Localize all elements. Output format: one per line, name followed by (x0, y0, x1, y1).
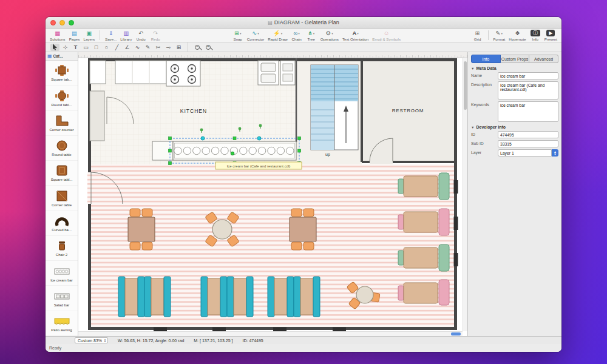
hypernote-button[interactable]: ❖ Hypernote (507, 30, 528, 41)
library-item-patio-awning[interactable]: Patio awning (46, 311, 78, 336)
present-button[interactable]: ▶ Present (543, 29, 559, 41)
operations-button[interactable]: ⚙▾ Operations (319, 30, 341, 41)
library-item-salad-bar[interactable]: Salad bar (46, 286, 78, 311)
save-icon: ⇓ (109, 30, 114, 36)
library-button[interactable]: ▥ Library (118, 30, 134, 41)
vertical-scrollbar[interactable] (463, 58, 467, 331)
center-handle[interactable] (231, 152, 234, 155)
zoom-out-tool[interactable]: − (195, 45, 200, 50)
connector-button[interactable]: ∿▾ Connector (245, 30, 266, 41)
polyline-tool[interactable]: ∠ (123, 44, 132, 51)
developer-info-section-header[interactable]: ▼ Developer Info (471, 125, 558, 129)
library-item-corner-counter[interactable]: Corner counter (46, 111, 78, 136)
layer-select[interactable]: Layer 1 ▲▼ (498, 149, 558, 157)
keywords-field[interactable]: ice cream bar (498, 101, 558, 122)
select-tool[interactable] (50, 44, 59, 51)
ice-cream-bar-icon (53, 265, 71, 278)
booth-cluster-3[interactable] (268, 277, 320, 317)
cursor-icon (52, 44, 58, 50)
rapid-draw-button[interactable]: ⚡▾ Rapid Draw (266, 30, 289, 41)
library-item-square-table-chairs[interactable]: Square tab... (46, 61, 78, 86)
line-tool[interactable]: ╱ (112, 44, 121, 51)
library-item-corner-table[interactable]: Corner table (46, 186, 78, 211)
name-field[interactable]: ice cream bar (498, 72, 558, 79)
zoom-control[interactable]: Custom 83% ▲▼ (75, 337, 108, 343)
stairs-up-label: up (325, 152, 330, 157)
main-toolbar: ▦ Solutions ▤ Pages ▣ Layers ⇓ Save... ▥… (46, 29, 561, 42)
format-button[interactable]: ✎▾ Format (492, 30, 507, 41)
info-button[interactable]: ⓘ Info (528, 29, 543, 41)
zoom-stepper-icon[interactable]: ▲▼ (104, 339, 106, 343)
redo-icon: ↷ (153, 30, 158, 36)
pencil-tool[interactable]: ✎ (143, 44, 152, 51)
library-item-curved-bar[interactable]: Curved ba... (46, 211, 78, 236)
text-orientation-button[interactable]: A▾ Text Orientation (341, 30, 370, 41)
kitchen-counter[interactable] (115, 61, 166, 84)
title-bar[interactable]: ▤DIAGRAM - Gelateria Plan (46, 17, 561, 29)
tree-button[interactable]: ⋔▾ Tree (304, 30, 319, 41)
present-icon: ▶ (549, 30, 552, 36)
redo-button[interactable]: ↷ Redo (148, 30, 163, 41)
undo-button[interactable]: ↶ Undo (134, 30, 148, 41)
tab-info[interactable]: Info (471, 55, 501, 63)
meta-data-section-header[interactable]: ▼ Meta Data (471, 66, 558, 70)
ellipse-tool[interactable]: ○ (102, 44, 111, 51)
disclosure-triangle-icon: ▼ (471, 67, 474, 70)
wall-booth-green-1[interactable] (398, 173, 449, 200)
drawing-canvas[interactable]: up KITCHEN RESTROOM (78, 52, 467, 336)
dishwasher[interactable] (280, 61, 295, 85)
snap-button[interactable]: ⊞▾ Snap (231, 30, 245, 41)
corner-counter-icon (53, 114, 71, 127)
curve-tool[interactable]: ∿ (133, 44, 142, 51)
library-item-ice-cream-bar[interactable]: Ice cream bar (46, 261, 78, 286)
emoji-icon: ☺ (384, 30, 390, 36)
restroom-opening (370, 160, 393, 164)
staircase[interactable]: up (311, 65, 358, 157)
zoom-in-tool[interactable]: + (206, 45, 211, 50)
grid-snap-tool[interactable]: ⊞ (174, 44, 183, 51)
sub-id-field[interactable]: 33315 (498, 140, 558, 147)
refrigerator[interactable] (90, 91, 104, 141)
rotate-handle[interactable] (257, 136, 261, 140)
save-button[interactable]: ⇓ Save... (103, 30, 118, 41)
tab-custom-props[interactable]: Custom Props (501, 55, 530, 63)
booth-cluster-2[interactable] (201, 277, 253, 317)
wall-booth-pink-1[interactable] (398, 209, 449, 235)
grid-button[interactable]: ⊞ Grid (470, 30, 485, 41)
emoji-symbols-button[interactable]: ☺ Emoji & Symbols (370, 30, 402, 41)
chain-button[interactable]: ∞▾ Chain (290, 30, 304, 41)
library-item-round-table[interactable]: Round table (46, 136, 78, 161)
layer-dropdown-button[interactable]: ▲▼ (552, 149, 558, 157)
tab-advanced[interactable]: Advanced (529, 55, 558, 63)
text-tool[interactable]: T (71, 44, 80, 51)
wall-booth-green-2[interactable] (398, 244, 449, 271)
description-field[interactable]: Ice cream bar (Cafe and restaurant.cdl) (498, 81, 558, 99)
connector-tool[interactable]: ⊸ (164, 44, 173, 51)
library-item-square-table[interactable]: Square tabl... (46, 161, 78, 186)
library-item-chair-2[interactable]: Chair 2 (46, 236, 78, 261)
note-tool[interactable]: ▭ (81, 44, 90, 51)
scissors-tool[interactable]: ✂ (154, 44, 163, 51)
pages-button[interactable]: ▤ Pages (67, 30, 81, 41)
solutions-button[interactable]: ▦ Solutions (48, 30, 67, 41)
vertical-scroll-thumb[interactable] (464, 61, 467, 110)
direct-select-tool[interactable]: ⊹ (61, 44, 70, 51)
stove[interactable] (166, 61, 200, 86)
booth-cluster-1[interactable] (118, 277, 171, 317)
id-label: ID (471, 131, 498, 138)
ice-cream-bar-shape[interactable] (152, 141, 296, 160)
library-header[interactable]: ▦ Caf... (46, 52, 78, 61)
curved-bar-icon (53, 214, 71, 228)
rotate-handle[interactable] (201, 136, 205, 140)
horizontal-scrollbar[interactable] (78, 331, 463, 336)
id-field[interactable]: 474495 (498, 131, 558, 138)
wall-booth-pink-2[interactable] (398, 280, 449, 305)
rectangle-tool[interactable]: □ (92, 44, 101, 51)
layers-button[interactable]: ▣ Layers (81, 30, 97, 41)
horizontal-scroll-thumb[interactable] (451, 332, 461, 335)
description-label: Description (471, 81, 498, 99)
sink[interactable] (258, 61, 279, 85)
name-label: Name (471, 72, 498, 79)
kitchen-cabinet[interactable] (90, 61, 106, 84)
library-item-round-table-chairs[interactable]: Round tabl... (46, 86, 78, 110)
